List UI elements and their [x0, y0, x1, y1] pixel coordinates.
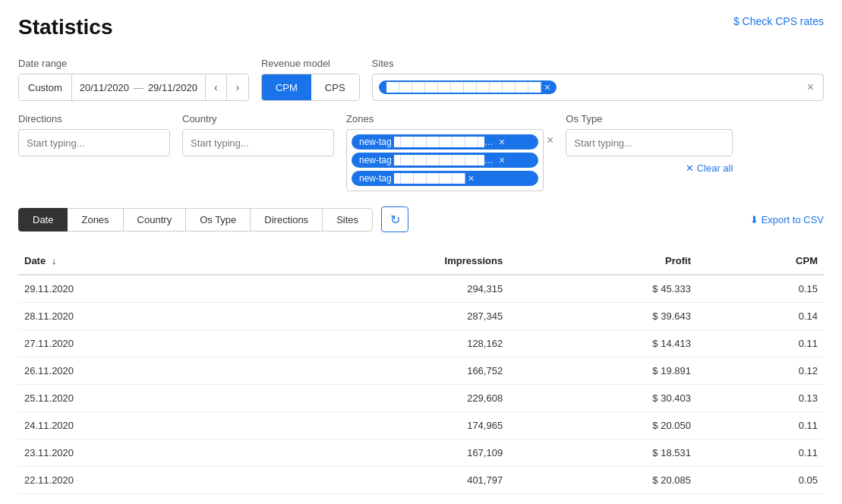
cell-impressions: 283,442	[248, 494, 509, 505]
cell-impressions: 166,752	[248, 358, 509, 385]
directions-input[interactable]	[18, 129, 170, 156]
zone-tag-2-remove[interactable]: ×	[499, 155, 505, 165]
date-range-dates: 20/11/2020 — 29/11/2020	[72, 82, 205, 93]
revenue-cps-button[interactable]: CPS	[311, 74, 359, 100]
cell-date: 29.11.2020	[18, 275, 248, 303]
cell-profit: $ 18.972	[509, 494, 697, 505]
table-header-row: Date ↓ Impressions Profit CPM	[18, 247, 824, 275]
revenue-model-control: CPM CPS	[261, 74, 360, 101]
zones-label: Zones	[346, 113, 553, 124]
cell-profit: $ 39.643	[509, 303, 697, 330]
cell-cpm: 0.14	[697, 303, 824, 330]
site-tag: ████████████████████████ ×	[379, 80, 557, 94]
tab-zones[interactable]: Zones	[67, 208, 123, 232]
table-row: 22.11.2020401,797$ 20.0850.05	[18, 467, 824, 494]
sites-label: Sites	[372, 58, 824, 69]
revenue-cpm-button[interactable]: CPM	[262, 74, 311, 100]
cell-cpm: 0.15	[697, 275, 824, 303]
col-header-impressions: Impressions	[248, 247, 509, 275]
cell-cpm: 0.11	[697, 330, 824, 358]
country-input[interactable]	[182, 129, 334, 156]
date-dash: —	[134, 82, 143, 93]
sites-input-box[interactable]: ████████████████████████ × ×	[372, 74, 824, 101]
revenue-model-group: Revenue model CPM CPS	[261, 58, 360, 101]
cell-date: 26.11.2020	[18, 358, 248, 385]
date-from: 20/11/2020	[80, 82, 129, 93]
os-type-input[interactable]	[566, 129, 733, 156]
tab-country[interactable]: Country	[123, 208, 187, 232]
zone-tag-2: new-tag ████████████████ ×	[352, 153, 538, 168]
sites-clear-button[interactable]: ×	[804, 80, 817, 94]
cell-impressions: 401,797	[248, 467, 509, 494]
revenue-model-label: Revenue model	[261, 58, 360, 69]
refresh-icon: ↻	[390, 213, 400, 227]
table-row: 29.11.2020294,315$ 45.3330.15	[18, 275, 824, 303]
zone-tag-1-text: new-tag ████████████████	[359, 137, 496, 147]
country-label: Country	[182, 113, 334, 124]
cell-impressions: 229,608	[248, 385, 509, 412]
zone-tag-1-remove[interactable]: ×	[499, 137, 505, 147]
date-next-button[interactable]: ›	[227, 74, 248, 100]
table-row: 28.11.2020287,345$ 39.6430.14	[18, 303, 824, 330]
zone-tag-3-remove[interactable]: ×	[468, 173, 475, 184]
cell-date: 22.11.2020	[18, 467, 248, 494]
col-header-date[interactable]: Date ↓	[18, 247, 248, 275]
refresh-button[interactable]: ↻	[381, 206, 408, 232]
zones-clear-button[interactable]: ×	[547, 134, 553, 147]
cell-profit: $ 18.531	[509, 439, 697, 467]
zone-tag-3: new-tag ███████████ ×	[352, 171, 538, 186]
tab-os-type[interactable]: Os Type	[185, 208, 251, 232]
zones-group: Zones new-tag ████████████████ × new-tag…	[346, 113, 553, 191]
tab-date[interactable]: Date	[18, 208, 68, 232]
table-row: 24.11.2020174,965$ 20.0500.11	[18, 412, 824, 439]
cell-profit: $ 45.333	[509, 275, 697, 303]
statistics-table: Date ↓ Impressions Profit CPM 29.11.2020…	[18, 247, 824, 504]
cell-impressions: 174,965	[248, 412, 509, 439]
cell-cpm: 0.11	[697, 412, 824, 439]
country-group: Country	[182, 113, 334, 156]
cell-impressions: 128,162	[248, 330, 509, 358]
tab-directions[interactable]: Directions	[250, 208, 323, 232]
sort-arrow-date: ↓	[52, 255, 57, 266]
cell-profit: $ 30.403	[509, 385, 697, 412]
cell-profit: $ 20.085	[509, 467, 697, 494]
zone-tag-1: new-tag ████████████████ ×	[352, 134, 538, 150]
directions-group: Directions	[18, 113, 170, 156]
filters-row-1: Date range Custom 20/11/2020 — 29/11/202…	[18, 58, 824, 101]
col-header-date-label: Date	[24, 255, 46, 266]
clear-all-button[interactable]: ✕ Clear all	[686, 162, 733, 174]
date-prev-button[interactable]: ‹	[206, 74, 227, 100]
cell-date: 24.11.2020	[18, 412, 248, 439]
site-tag-remove[interactable]: ×	[544, 82, 550, 93]
cell-date: 25.11.2020	[18, 385, 248, 412]
cell-impressions: 287,345	[248, 303, 509, 330]
cell-cpm: 0.05	[697, 467, 824, 494]
date-range-control[interactable]: Custom 20/11/2020 — 29/11/2020 ‹ ›	[18, 74, 249, 101]
cell-impressions: 294,315	[248, 275, 509, 303]
cell-profit: $ 14.413	[509, 330, 697, 358]
directions-label: Directions	[18, 113, 170, 124]
zone-tag-2-text: new-tag ████████████████	[359, 155, 496, 165]
os-type-group: Os Type ✕ Clear all	[566, 113, 733, 174]
col-header-profit: Profit	[509, 247, 697, 275]
cell-cpm: 0.07	[697, 494, 824, 505]
filters-row-2: Directions Country Zones new-tag ███████…	[18, 113, 824, 191]
page-header: Statistics $ Check CPS rates	[18, 15, 824, 39]
cell-impressions: 167,109	[248, 439, 509, 467]
export-csv-button[interactable]: ⬇ Export to CSV	[750, 214, 824, 225]
cell-date: 23.11.2020	[18, 439, 248, 467]
zones-outer: new-tag ████████████████ × new-tag █████…	[346, 129, 553, 191]
cell-cpm: 0.11	[697, 439, 824, 467]
check-cps-link[interactable]: $ Check CPS rates	[733, 15, 824, 27]
table-row: 21.11.2020283,442$ 18.9720.07	[18, 494, 824, 505]
cell-date: 21.11.2020	[18, 494, 248, 505]
date-to: 29/11/2020	[148, 82, 197, 93]
zone-tag-3-text: new-tag ███████████	[359, 173, 465, 184]
cell-profit: $ 19.891	[509, 358, 697, 385]
cell-cpm: 0.12	[697, 358, 824, 385]
zones-box[interactable]: new-tag ████████████████ × new-tag █████…	[346, 129, 544, 191]
tab-sites[interactable]: Sites	[322, 208, 373, 232]
table-row: 23.11.2020167,109$ 18.5310.11	[18, 439, 824, 467]
os-clear-row: ✕ Clear all	[566, 162, 733, 174]
date-nav: ‹ ›	[205, 74, 248, 100]
